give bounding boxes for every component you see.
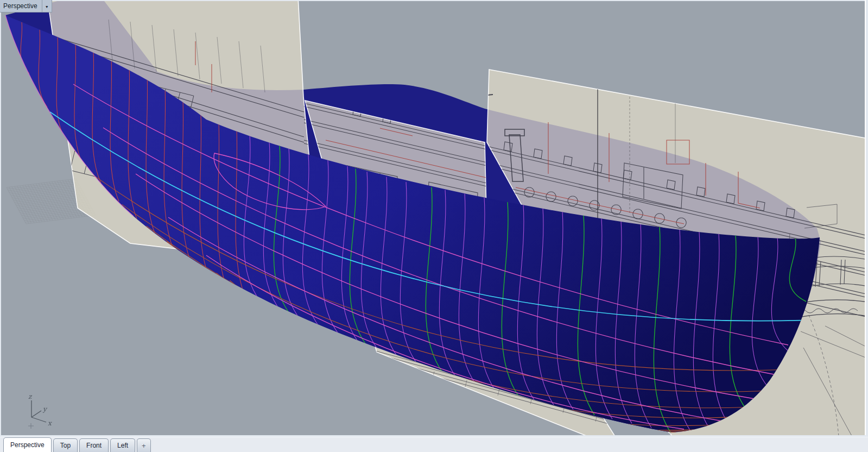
tab-top[interactable]: Top <box>53 438 78 452</box>
viewport-title-dropdown[interactable]: Perspective ▼ <box>0 0 52 12</box>
viewport-title[interactable]: Perspective <box>0 2 42 10</box>
add-viewport-tab-button[interactable]: + <box>137 438 151 452</box>
tab-perspective[interactable]: Perspective <box>3 437 52 452</box>
app-window: z y x Perspective ▼ Perspective Top Fron… <box>0 0 868 452</box>
viewport-tab-bar: Perspective Top Front Left + <box>0 437 868 452</box>
tab-left[interactable]: Left <box>110 438 135 452</box>
viewport-canvas: z y x <box>0 0 868 437</box>
plus-icon: + <box>142 442 146 450</box>
chevron-down-icon[interactable]: ▼ <box>42 4 52 9</box>
perspective-viewport[interactable]: z y x Perspective ▼ <box>0 0 868 437</box>
tab-front[interactable]: Front <box>79 438 109 452</box>
